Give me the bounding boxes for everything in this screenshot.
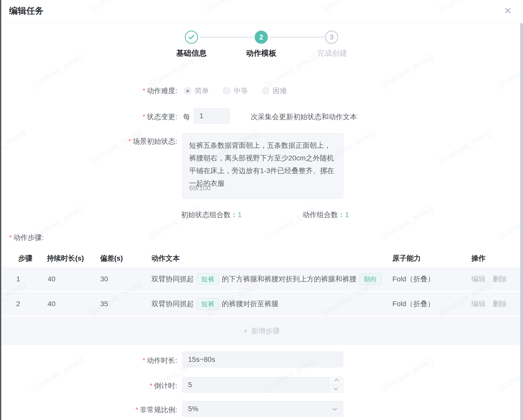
state-change-input[interactable]: 1 xyxy=(194,108,230,124)
unusual-ratio-select[interactable]: 5% xyxy=(182,401,343,417)
edit-link[interactable]: 编辑 xyxy=(471,299,486,309)
decrease-button[interactable] xyxy=(329,385,343,393)
page-left-edge xyxy=(0,0,1,420)
orientation-tag: 朝向 xyxy=(359,274,381,285)
increase-button[interactable] xyxy=(329,377,343,385)
cell-deviation: 30 xyxy=(100,267,108,291)
steps-section-label: *动作步骤: xyxy=(9,233,44,242)
countdown-label: *倒计时: xyxy=(0,381,177,391)
cell-action-text: 双臂协同抓起 短裤 的下方裤腿和裤腰对折到上方的裤腿和裤腰 朝向 xyxy=(151,267,389,291)
radio-medium[interactable]: 中等 xyxy=(223,86,248,96)
cell-ability: Fold（折叠） xyxy=(392,267,434,291)
initial-state-text: 短裤五条数据背面朝上，五条数据正面朝上，裤腰朝右，离头部视野下方至少20cm之外… xyxy=(189,139,336,190)
col-header-duration: 持续时长(s) xyxy=(47,254,84,263)
radio-easy[interactable]: 简单 xyxy=(184,86,209,96)
col-header-text: 动作文本 xyxy=(151,254,180,263)
cell-operations: 编辑 删除 xyxy=(471,292,507,316)
add-step-button[interactable]: + 新增步骤 xyxy=(0,317,523,345)
step-2-label: 动作模板 xyxy=(233,48,289,58)
step-3-label: 完成创建 xyxy=(304,48,360,58)
cell-deviation: 35 xyxy=(100,292,108,316)
state-change-suffix: 次采集会更新初始状态和动作文本 xyxy=(251,112,357,122)
cell-duration: 40 xyxy=(48,292,55,316)
initial-state-textarea[interactable]: 短裤五条数据背面朝上，五条数据正面朝上，裤腰朝右，离头部视野下方至少20cm之外… xyxy=(182,133,343,199)
state-change-label: *状态变更: xyxy=(0,112,177,122)
char-counter: 69/100 xyxy=(189,182,211,194)
object-tag: 短裤 xyxy=(197,298,219,309)
action-combo-count: 动作组合数：1 xyxy=(303,210,349,220)
col-header-ops: 操作 xyxy=(471,254,486,263)
step-1-circle xyxy=(185,31,198,44)
duration-input[interactable]: 15s~80s xyxy=(182,352,343,367)
close-icon[interactable]: × xyxy=(500,3,515,19)
vertical-scrollbar[interactable] xyxy=(520,23,523,420)
col-header-ability: 原子能力 xyxy=(392,254,421,263)
number-stepper xyxy=(328,377,343,392)
radio-hard[interactable]: 困难 xyxy=(262,86,287,96)
radio-circle-icon xyxy=(223,87,230,94)
stepper-line-1 xyxy=(199,37,254,38)
delete-link[interactable]: 删除 xyxy=(493,299,507,309)
step-2-circle: 2 xyxy=(255,31,268,44)
table-row: 2 40 35 双臂协同抓起 短裤 的裤腰对折至裤腿 Fold（折叠） 编辑 删… xyxy=(0,292,523,316)
step-3-circle: 3 xyxy=(325,31,338,44)
unusual-ratio-label: *非常规比例: xyxy=(0,405,177,415)
difficulty-label: *动作难度: xyxy=(0,86,177,96)
chevron-up-icon xyxy=(334,379,339,383)
radio-circle-icon xyxy=(184,87,191,94)
check-icon xyxy=(188,33,194,39)
state-change-prefix: 每 xyxy=(183,112,190,122)
col-header-deviation: 偏差(s) xyxy=(100,254,123,263)
table-row: 1 40 30 双臂协同抓起 短裤 的下方裤腿和裤腰对折到上方的裤腿和裤腰 朝向… xyxy=(0,267,523,291)
action-combo-value: 1 xyxy=(345,211,349,219)
duration-label: *动作时长: xyxy=(0,356,177,365)
cell-ability: Fold（折叠） xyxy=(392,292,434,316)
dialog-header: 编辑任务 × xyxy=(0,0,523,23)
cell-action-text: 双臂协同抓起 短裤 的裤腰对折至裤腿 xyxy=(151,292,389,316)
cell-duration: 40 xyxy=(48,267,55,291)
radio-circle-icon xyxy=(262,87,269,94)
col-header-seq: 步骤 xyxy=(18,254,32,263)
cell-seq: 2 xyxy=(16,292,20,316)
object-tag: 短裤 xyxy=(197,274,219,285)
chevron-down-icon xyxy=(332,406,337,410)
initial-state-label: *场景初始状态: xyxy=(0,137,177,146)
chevron-down-icon xyxy=(333,386,338,390)
delete-link[interactable]: 删除 xyxy=(493,274,507,284)
initial-combo-count: 初始状态组合数：1 xyxy=(181,210,242,220)
plus-icon: + xyxy=(243,327,248,335)
cell-seq: 1 xyxy=(16,267,20,291)
countdown-input[interactable]: 5 xyxy=(182,377,343,393)
edit-link[interactable]: 编辑 xyxy=(471,274,486,284)
dialog-title: 编辑任务 xyxy=(9,5,44,17)
initial-combo-value: 1 xyxy=(238,211,242,219)
difficulty-radio-group: 简单 中等 困难 xyxy=(184,86,287,96)
step-1-label: 基础信息 xyxy=(164,48,219,58)
cell-operations: 编辑 删除 xyxy=(471,267,507,291)
stepper-line-2 xyxy=(269,37,325,38)
edit-task-dialog: {{current_time}}{{current_time}}{{curren… xyxy=(0,0,523,420)
